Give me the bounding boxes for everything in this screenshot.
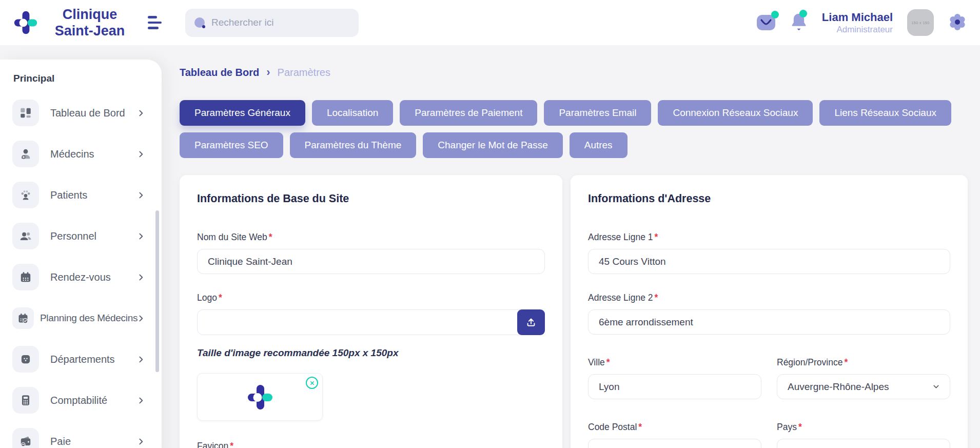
sidebar-item-departements[interactable]: Départements — [12, 346, 152, 373]
top-header: Clinique Saint-Jean Liam Michael Adminis… — [0, 0, 980, 45]
notifications-button[interactable] — [790, 12, 808, 33]
chevron-down-icon — [932, 382, 940, 391]
country-select[interactable]: France — [777, 439, 950, 448]
dashboard-icon — [12, 100, 39, 126]
close-icon — [309, 380, 315, 386]
main-content: Tableau de Bord › Paramètres Paramètres … — [162, 45, 980, 448]
site-info-card: Informations de Base du Site Nom du Site… — [180, 175, 562, 448]
chevron-right-icon — [136, 232, 145, 241]
sidebar-item-personnel[interactable]: Personnel — [12, 223, 152, 249]
tab-parametres-paiement[interactable]: Paramètres de Paiement — [400, 100, 537, 126]
breadcrumb-link-dashboard[interactable]: Tableau de Bord — [180, 67, 259, 79]
settings-tabs: Paramètres Généraux Localisation Paramèt… — [180, 100, 954, 158]
required-mark: * — [638, 422, 642, 432]
country-field: Pays* France — [777, 422, 950, 448]
card-title: Informations de Base du Site — [197, 192, 545, 205]
region-field: Région/Province* Auvergne-Rhône-Alpes — [777, 357, 950, 399]
payroll-wallet-icon — [12, 428, 39, 448]
settings-button[interactable] — [948, 13, 967, 33]
user-name: Liam Michael — [822, 10, 893, 25]
search-icon — [194, 17, 205, 28]
patients-icon — [12, 182, 39, 208]
tab-autres[interactable]: Autres — [570, 132, 628, 158]
card-title: Informations d'Adresse — [588, 192, 950, 205]
search-box[interactable] — [185, 9, 359, 37]
favicon-field: Favicon* — [197, 441, 545, 448]
logo-upload-button[interactable] — [517, 309, 545, 335]
sidebar-item-rendez-vous[interactable]: Rendez-vous — [12, 264, 152, 290]
city-input[interactable] — [588, 374, 761, 399]
tab-liens-reseaux-sociaux[interactable]: Liens Réseaux Sociaux — [819, 100, 951, 126]
sidebar-item-patients[interactable]: Patients — [12, 182, 152, 208]
required-mark: * — [606, 357, 610, 367]
sidebar-item-planning-des-medecins[interactable]: Planning des Médecins — [12, 305, 152, 332]
user-info: Liam Michael Administrateur — [822, 10, 893, 35]
tab-parametres-seo[interactable]: Paramètres SEO — [180, 132, 283, 158]
brand: Clinique Saint-Jean — [13, 6, 128, 40]
postal-code-field: Code Postal* — [588, 422, 761, 448]
doctor-icon — [12, 141, 39, 167]
chevron-right-icon — [136, 396, 145, 405]
calculator-icon — [12, 387, 39, 414]
address-line1-input[interactable] — [588, 249, 950, 274]
chevron-right-icon — [136, 355, 145, 364]
breadcrumb-current: Paramètres — [278, 67, 330, 79]
chevron-right-icon — [136, 314, 145, 323]
address-line2-input[interactable] — [588, 309, 950, 335]
sidebar-item-paie[interactable]: Paie — [12, 428, 152, 448]
chevron-right-icon — [136, 191, 145, 200]
region-select[interactable]: Auvergne-Rhône-Alpes — [777, 374, 950, 399]
chevron-right-icon — [136, 150, 145, 159]
required-mark: * — [844, 357, 848, 367]
breadcrumb-separator-icon: › — [266, 67, 270, 78]
clinic-logo-preview-image — [247, 384, 273, 411]
unread-badge — [771, 11, 779, 18]
messages-button[interactable] — [756, 13, 776, 32]
breadcrumb: Tableau de Bord › Paramètres — [180, 65, 968, 80]
tab-parametres-theme[interactable]: Paramètres du Thème — [290, 132, 417, 158]
sidebar-toggle-button[interactable] — [148, 16, 162, 29]
tab-changer-mot-de-passe[interactable]: Changer le Mot de Passe — [423, 132, 562, 158]
logo-file-input[interactable] — [197, 309, 545, 335]
logo-field: Logo* Taille d'image recommandée 150px x… — [197, 293, 545, 421]
brand-name: Clinique Saint-Jean — [51, 6, 128, 40]
chevron-right-icon — [136, 273, 145, 282]
required-mark: * — [219, 293, 222, 303]
sidebar-item-tableau-de-bord[interactable]: Tableau de Bord — [12, 100, 152, 126]
tab-parametres-generaux[interactable]: Paramètres Généraux — [180, 100, 305, 126]
required-mark: * — [654, 293, 658, 303]
staff-icon — [12, 223, 39, 249]
site-name-field: Nom du Site Web* — [197, 232, 545, 274]
upload-icon — [525, 317, 537, 328]
address-card: Informations d'Adresse Adresse Ligne 1* … — [571, 175, 968, 448]
tab-parametres-email[interactable]: Paramètres Email — [544, 100, 651, 126]
logo-size-hint: Taille d'image recommandée 150px x 150px — [197, 347, 545, 359]
chevron-right-icon — [136, 109, 145, 118]
logo-preview — [197, 373, 323, 421]
departments-icon — [12, 346, 39, 373]
address-line1-field: Adresse Ligne 1* — [588, 232, 950, 274]
remove-logo-button[interactable] — [306, 377, 318, 389]
required-mark: * — [230, 441, 233, 448]
sidebar-section-label: Principal — [13, 73, 152, 84]
postal-code-input[interactable] — [588, 439, 761, 448]
avatar-placeholder-text: 150 x 150 — [911, 21, 929, 25]
search-input[interactable] — [211, 17, 349, 28]
appointments-calendar-icon — [12, 264, 39, 290]
required-mark: * — [269, 232, 272, 242]
user-role: Administrateur — [822, 24, 893, 35]
tab-connexion-reseaux-sociaux[interactable]: Connexion Réseaux Sociaux — [658, 100, 813, 126]
tab-localisation[interactable]: Localisation — [312, 100, 393, 126]
required-mark: * — [798, 422, 802, 432]
settings-gear-icon — [948, 13, 967, 31]
sidebar-scrollbar[interactable] — [155, 210, 159, 372]
site-name-input[interactable] — [197, 249, 545, 274]
city-field: Ville* — [588, 357, 761, 399]
avatar[interactable]: 150 x 150 — [907, 9, 934, 36]
notification-badge — [799, 10, 807, 17]
required-mark: * — [654, 232, 658, 242]
sidebar-item-comptabilite[interactable]: Comptabilité — [12, 387, 152, 414]
schedule-check-icon — [12, 307, 34, 329]
sidebar-item-medecins[interactable]: Médecins — [12, 141, 152, 167]
chevron-right-icon — [136, 437, 145, 446]
